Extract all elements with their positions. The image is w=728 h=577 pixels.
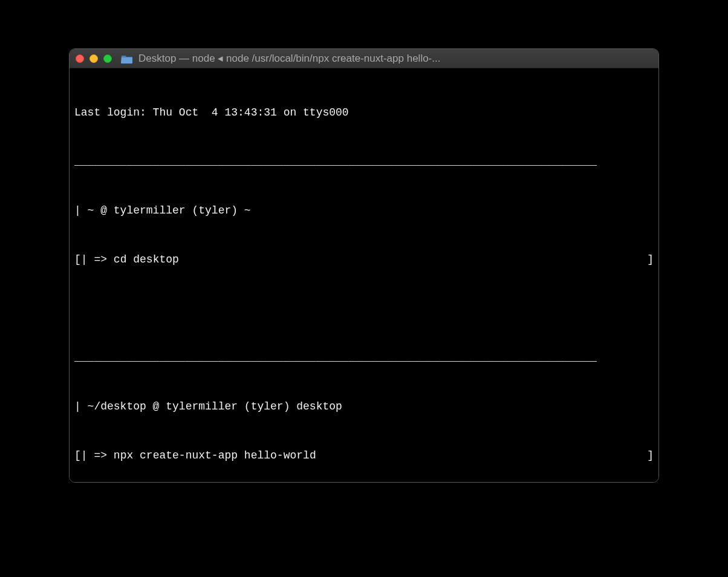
maximize-icon[interactable] xyxy=(103,54,112,63)
close-icon[interactable] xyxy=(76,54,84,63)
window-title: Desktop — node ◂ node /usr/local/bin/npx… xyxy=(138,52,652,65)
window-controls xyxy=(76,54,112,63)
titlebar[interactable]: Desktop — node ◂ node /usr/local/bin/npx… xyxy=(70,49,658,68)
terminal-window: Desktop — node ◂ node /usr/local/bin/npx… xyxy=(69,48,659,483)
last-login-line: Last login: Thu Oct 4 13:43:31 on ttys00… xyxy=(74,105,654,121)
separator-line: ________________________________________… xyxy=(74,350,654,366)
bracket-right: ] xyxy=(647,252,654,268)
prompt-prefix: | => xyxy=(81,253,114,266)
context-line: | ~/desktop @ tylermiller (tyler) deskto… xyxy=(74,399,654,415)
minimize-icon[interactable] xyxy=(89,54,98,63)
bracket-left: [ xyxy=(74,448,81,464)
folder-icon xyxy=(121,54,133,64)
prompt-prefix: | => xyxy=(81,449,114,461)
bracket-left: [ xyxy=(74,252,81,268)
context-line: | ~ @ tylermiller (tyler) ~ xyxy=(74,203,654,219)
command-line: [| => npx create-nuxt-app hello-world] xyxy=(74,448,654,464)
bracket-right: ] xyxy=(647,448,654,464)
command-line: [| => cd desktop] xyxy=(74,252,654,268)
blank-line xyxy=(74,301,654,317)
separator-line: ________________________________________… xyxy=(74,154,654,170)
terminal-body[interactable]: Last login: Thu Oct 4 13:43:31 on ttys00… xyxy=(70,68,658,482)
command-text: npx create-nuxt-app hello-world xyxy=(114,449,316,461)
command-text: cd desktop xyxy=(114,253,179,266)
